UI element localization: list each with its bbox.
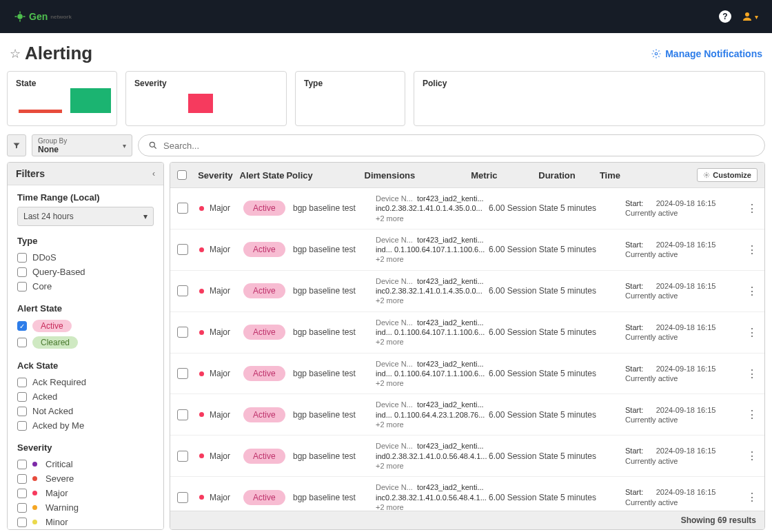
checkbox[interactable] [17, 282, 27, 291]
cell-severity: Major [199, 203, 243, 213]
checkbox[interactable] [17, 407, 27, 416]
table-row[interactable]: MajorActivebgp baseline testDevice N... … [170, 354, 764, 395]
severity-dot-icon [32, 520, 37, 524]
cell-actions: ⋮ [729, 243, 758, 256]
filter-timerange-select[interactable]: Last 24 hours ▾ [17, 207, 154, 226]
card-severity[interactable]: Severity [125, 71, 287, 126]
cell-policy: bgp baseline test [293, 286, 376, 296]
row-checkbox[interactable] [177, 451, 188, 462]
search-box[interactable] [138, 134, 765, 156]
cell-policy: bgp baseline test [293, 410, 376, 420]
table-row[interactable]: MajorActivebgp baseline testDevice N... … [170, 229, 764, 271]
filter-sev-severe[interactable]: Severe [17, 471, 154, 486]
state-green-bar [70, 88, 111, 113]
th-policy[interactable]: Policy [286, 170, 364, 181]
filter-acked-by-me[interactable]: Acked by Me [17, 418, 154, 433]
customize-button[interactable]: Customize [697, 168, 758, 182]
cell-metric: 6.00 Session State [489, 245, 560, 254]
row-checkbox[interactable] [177, 203, 188, 214]
row-actions-menu[interactable]: ⋮ [746, 408, 758, 421]
checkbox[interactable] [17, 267, 27, 277]
row-actions-menu[interactable]: ⋮ [746, 367, 758, 380]
filter-ack-required[interactable]: Ack Required [17, 375, 154, 389]
table-row[interactable]: MajorActivebgp baseline testDevice N... … [170, 312, 764, 354]
table-row[interactable]: MajorActivebgp baseline testDevice N... … [170, 477, 764, 511]
table-row[interactable]: MajorActivebgp baseline testDevice N... … [170, 394, 764, 436]
help-icon[interactable]: ? [719, 10, 731, 23]
table-row[interactable]: MajorActivebgp baseline testDevice N... … [170, 271, 764, 312]
cell-time: Start: 2024-09-18 16:15Currently active [625, 198, 729, 218]
filter-type-item-label: DDoS [32, 252, 57, 263]
topbar: Gennetwork ? ▾ [0, 0, 772, 33]
state-pill: Active [243, 449, 285, 464]
th-metric[interactable]: Metric [471, 170, 538, 181]
card-policy[interactable]: Policy [414, 71, 765, 126]
table-row[interactable]: MajorActivebgp baseline testDevice N... … [170, 188, 764, 229]
filter-acked[interactable]: Acked [17, 389, 154, 404]
cell-dimensions: Device N... tor423_iad2_kenti...ind... 0… [376, 400, 489, 429]
state-red-bar [19, 110, 62, 113]
filter-type-item-label: Core [32, 281, 52, 291]
user-menu[interactable]: ▾ [741, 10, 758, 23]
th-alertstate[interactable]: Alert State [240, 170, 287, 181]
filter-type-core[interactable]: Core [17, 279, 154, 294]
collapse-sidebar-button[interactable]: ‹ [152, 169, 155, 178]
severity-dot-icon [32, 505, 37, 510]
th-severity[interactable]: Severity [198, 170, 239, 181]
filter-sev-critical[interactable]: Critical [17, 457, 154, 471]
row-actions-menu[interactable]: ⋮ [746, 243, 758, 256]
cell-time: Start: 2024-09-18 16:15Currently active [625, 446, 729, 466]
group-by-select[interactable]: Group By None ▾ [32, 134, 132, 156]
checkbox-checked[interactable]: ✓ [17, 321, 27, 331]
row-actions-menu[interactable]: ⋮ [746, 326, 758, 339]
filter-toggle-button[interactable] [7, 134, 26, 156]
th-time[interactable]: Time [600, 170, 697, 181]
row-actions-menu[interactable]: ⋮ [746, 491, 758, 504]
filter-sev-major[interactable]: Major [17, 486, 154, 500]
filter-sev-minor[interactable]: Minor [17, 515, 154, 529]
row-checkbox[interactable] [177, 368, 188, 379]
filter-sev-warning[interactable]: Warning [17, 500, 154, 515]
row-checkbox[interactable] [177, 409, 188, 420]
filter-type-ddos[interactable]: DDoS [17, 250, 154, 265]
cell-duration: 5 minutes [560, 369, 625, 378]
filter-sev-item-label: Warning [45, 502, 79, 513]
checkbox[interactable] [17, 503, 27, 513]
row-checkbox[interactable] [177, 285, 188, 296]
card-state[interactable]: State [7, 71, 117, 126]
row-actions-menu[interactable]: ⋮ [746, 202, 758, 215]
search-input[interactable] [163, 141, 755, 151]
filter-type-label: Type [17, 236, 154, 246]
row-checkbox[interactable] [177, 327, 188, 338]
table-row[interactable]: MajorActivebgp baseline testDevice N... … [170, 436, 764, 477]
select-all-checkbox[interactable] [177, 170, 187, 180]
cell-time: Start: 2024-09-18 16:15Currently active [625, 323, 729, 342]
row-actions-menu[interactable]: ⋮ [746, 285, 758, 298]
filter-not-acked[interactable]: Not Acked [17, 404, 154, 418]
row-checkbox[interactable] [177, 244, 188, 255]
th-dimensions[interactable]: Dimensions [365, 170, 471, 181]
manage-notifications-link[interactable]: Manage Notifications [651, 48, 762, 59]
filter-alertstate-active[interactable]: ✓Active [17, 318, 154, 334]
row-actions-menu[interactable]: ⋮ [746, 449, 758, 462]
cell-metric: 6.00 Session State [489, 203, 560, 213]
favorite-star-icon[interactable]: ☆ [10, 46, 21, 61]
th-duration[interactable]: Duration [538, 170, 600, 181]
card-type[interactable]: Type [295, 71, 405, 126]
checkbox[interactable] [17, 392, 27, 402]
logo[interactable]: Gennetwork [14, 10, 72, 23]
checkbox[interactable] [17, 489, 27, 498]
checkbox[interactable] [17, 474, 27, 484]
checkbox[interactable] [17, 421, 27, 431]
checkbox[interactable] [17, 338, 27, 347]
filter-type-querybased[interactable]: Query-Based [17, 265, 154, 279]
filter-alertstate-cleared[interactable]: Cleared [17, 334, 154, 351]
checkbox[interactable] [17, 378, 27, 387]
checkbox[interactable] [17, 518, 27, 527]
checkbox[interactable] [17, 253, 27, 263]
chevron-down-icon: ▾ [755, 13, 758, 21]
pill-active: Active [32, 320, 72, 332]
row-checkbox[interactable] [177, 492, 188, 503]
filter-ack-item-label: Acked [32, 391, 57, 402]
checkbox[interactable] [17, 460, 27, 469]
